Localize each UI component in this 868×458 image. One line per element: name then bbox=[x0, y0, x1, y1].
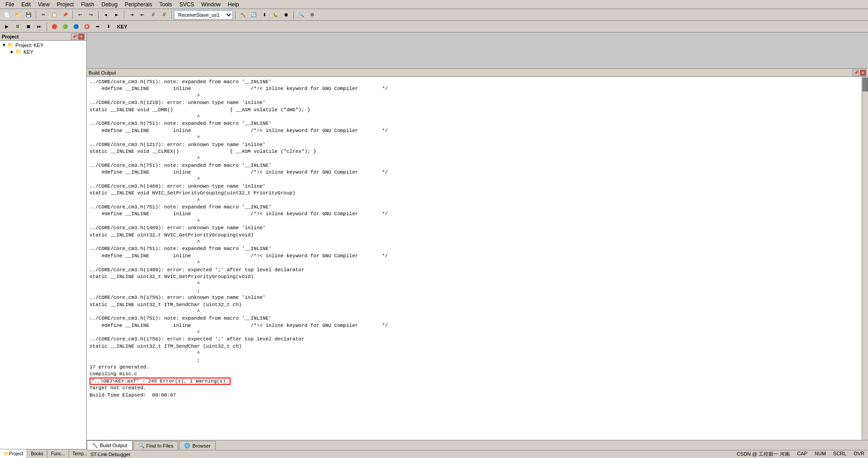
menu-peripherals[interactable]: Peripherals bbox=[121, 0, 156, 9]
save-btn[interactable]: 💾 bbox=[24, 10, 33, 20]
build-output-tab-icon: 🔨 bbox=[92, 443, 98, 449]
tab-build-output[interactable]: 🔨 Build Output bbox=[87, 440, 132, 450]
output-line: ../CORE/core_cm3.h(751): note: expanded … bbox=[90, 204, 859, 211]
panel-close-btn[interactable]: ✕ bbox=[78, 33, 85, 40]
paste-btn[interactable]: 📌 bbox=[60, 10, 70, 20]
left-panel: Project 📌 ✕ ▼ 📁 Project: KEY ► 📁 KEY 📁 P… bbox=[0, 33, 87, 458]
comment-btn[interactable]: // bbox=[148, 10, 158, 20]
build-output-close[interactable]: ✕ bbox=[860, 70, 866, 76]
tab-books[interactable]: Books bbox=[27, 449, 47, 458]
status-right: CSDN @ 工控新一 河南 CAP NUM SCRL OVR bbox=[737, 451, 864, 458]
watermark: CSDN @ 工控新一 河南 bbox=[737, 451, 790, 458]
uncomment-btn[interactable]: // bbox=[159, 10, 169, 20]
sep4 bbox=[124, 11, 124, 19]
menu-project[interactable]: Project bbox=[53, 0, 77, 9]
tab-books-label: Books bbox=[31, 451, 43, 456]
t2-btn2[interactable]: ⏸ bbox=[13, 22, 23, 32]
download-btn[interactable]: ⬇ bbox=[259, 10, 269, 20]
t2-btn3[interactable]: ⏹ bbox=[24, 22, 33, 32]
find-files-label: Find In Files bbox=[146, 443, 174, 449]
build-btn[interactable]: 🔨 bbox=[238, 10, 248, 20]
t2-btn5[interactable]: 🔴 bbox=[49, 22, 59, 32]
menu-tools[interactable]: Tools bbox=[156, 0, 176, 9]
tree-child-key[interactable]: ► 📁 KEY bbox=[1, 48, 85, 55]
outdent-btn[interactable]: ⇤ bbox=[137, 10, 147, 20]
indent-btn[interactable]: ⇥ bbox=[127, 10, 137, 20]
tree-root[interactable]: ▼ 📁 Project: KEY bbox=[1, 42, 85, 48]
num-indicator: NUM bbox=[815, 451, 826, 458]
tab-browser[interactable]: 🌐 Browser bbox=[179, 441, 215, 450]
output-line: ; bbox=[90, 288, 859, 294]
rebuild-btn[interactable]: 🔄 bbox=[249, 10, 259, 20]
project-panel-title: Project bbox=[2, 34, 19, 39]
t2-btn6[interactable]: 🟢 bbox=[60, 22, 70, 32]
editor-area bbox=[87, 33, 868, 69]
output-line: ^ bbox=[90, 134, 859, 141]
output-line: ../CORE/core_cm3.h(751): note: expanded … bbox=[90, 162, 859, 169]
menu-svcs[interactable]: SVCS bbox=[176, 0, 198, 9]
output-line: ../CORE/core_cm3.h(1756): error: expecte… bbox=[90, 336, 859, 343]
sep5 bbox=[171, 11, 172, 19]
output-line: ../CORE/core_cm3.h(1489): error: expecte… bbox=[90, 267, 859, 274]
output-line: ../CORE/core_cm3.h(1489): error: unknown… bbox=[90, 225, 859, 231]
settings-btn[interactable]: ⚙ bbox=[307, 10, 317, 20]
t2-btn4[interactable]: ⏭ bbox=[34, 22, 44, 32]
t2-btn1[interactable]: ▶ bbox=[2, 22, 12, 32]
copy-btn[interactable]: 📋 bbox=[49, 10, 59, 20]
build-output-wrapper: ../CORE/core_cm3.h(751): note: expanded … bbox=[87, 77, 868, 440]
menu-view[interactable]: View bbox=[34, 0, 53, 9]
output-line: ../CORE/core_cm3.h(1756): error: unknown… bbox=[90, 294, 859, 301]
menu-edit[interactable]: Edit bbox=[18, 0, 34, 9]
tree-project-icon: 📁 bbox=[7, 42, 14, 48]
project-tree: ▼ 📁 Project: KEY ► 📁 KEY bbox=[0, 41, 86, 449]
tree-child-label: KEY bbox=[24, 49, 33, 55]
output-line: #define __INLINE inline /*!< inline keyw… bbox=[90, 211, 859, 217]
menu-window[interactable]: Window bbox=[198, 0, 224, 9]
tab-project[interactable]: 📁 Project bbox=[0, 449, 27, 458]
toolbar-secondary: ▶ ⏸ ⏹ ⏭ 🔴 🟢 🔵 ⭕ ➡ ⬇ KEY bbox=[0, 21, 868, 33]
t2-btn8[interactable]: ⭕ bbox=[82, 22, 92, 32]
panel-tabs: 📁 Project Books Func... Temp... bbox=[0, 449, 86, 458]
main-area: Project 📌 ✕ ▼ 📁 Project: KEY ► 📁 KEY 📁 P… bbox=[0, 33, 868, 458]
output-line: ^ bbox=[90, 176, 859, 183]
output-line: ^ bbox=[90, 329, 859, 336]
sep2 bbox=[72, 11, 73, 19]
menu-help[interactable]: Help bbox=[224, 0, 243, 9]
output-line: #define __INLINE inline /*!< inline keyw… bbox=[90, 322, 859, 329]
build-output-pin[interactable]: 📌 bbox=[853, 70, 859, 76]
tab-func[interactable]: Func... bbox=[47, 449, 69, 458]
output-line: ^ bbox=[90, 350, 859, 357]
target-dropdown[interactable]: ReceiveStave_us1 bbox=[174, 10, 233, 19]
output-line: static __INLINE uint32_t NVIC_GetPriorit… bbox=[90, 274, 859, 280]
menu-flash[interactable]: Flash bbox=[77, 0, 98, 9]
tab-find-in-files[interactable]: 🔍 Find In Files bbox=[133, 441, 179, 450]
menu-file[interactable]: File bbox=[2, 0, 18, 9]
stop-btn[interactable]: ⏹ bbox=[281, 10, 291, 20]
undo-btn[interactable]: ↩ bbox=[75, 10, 85, 20]
build-output-title: Build Output bbox=[89, 70, 116, 76]
menu-debug[interactable]: Debug bbox=[98, 0, 121, 9]
t2-btn10[interactable]: ⬇ bbox=[104, 22, 113, 32]
redo-btn[interactable]: ↪ bbox=[86, 10, 96, 20]
debug-btn[interactable]: 🐛 bbox=[270, 10, 280, 20]
output-line: 17 errors generated. bbox=[90, 364, 859, 371]
panel-pin-btn[interactable]: 📌 bbox=[71, 33, 77, 40]
bottom-tabs: 🔨 Build Output 🔍 Find In Files 🌐 Browser bbox=[87, 440, 868, 450]
nav-back-btn[interactable]: ◄ bbox=[101, 10, 111, 20]
tab-func-label: Func... bbox=[51, 451, 65, 456]
t2-btn7[interactable]: 🔵 bbox=[71, 22, 81, 32]
output-line: ^ bbox=[90, 260, 859, 266]
sep8 bbox=[47, 23, 47, 31]
new-btn[interactable]: 📄 bbox=[2, 10, 12, 20]
find-btn[interactable]: 🔍 bbox=[296, 10, 306, 20]
cut-btn[interactable]: ✂ bbox=[38, 10, 48, 20]
vertical-scrollbar[interactable] bbox=[862, 77, 868, 440]
open-btn[interactable]: 📂 bbox=[13, 10, 23, 20]
find-files-icon: 🔍 bbox=[138, 443, 145, 449]
build-output-content[interactable]: ../CORE/core_cm3.h(751): note: expanded … bbox=[87, 77, 862, 440]
output-line: static __INLINE uint32_t ITM_SendChar (u… bbox=[90, 343, 859, 350]
nav-fwd-btn[interactable]: ► bbox=[112, 10, 122, 20]
output-line: #define __INLINE inline /*!< inline keyw… bbox=[90, 253, 859, 260]
output-line: Target not created. bbox=[90, 385, 859, 392]
t2-btn9[interactable]: ➡ bbox=[93, 22, 103, 32]
